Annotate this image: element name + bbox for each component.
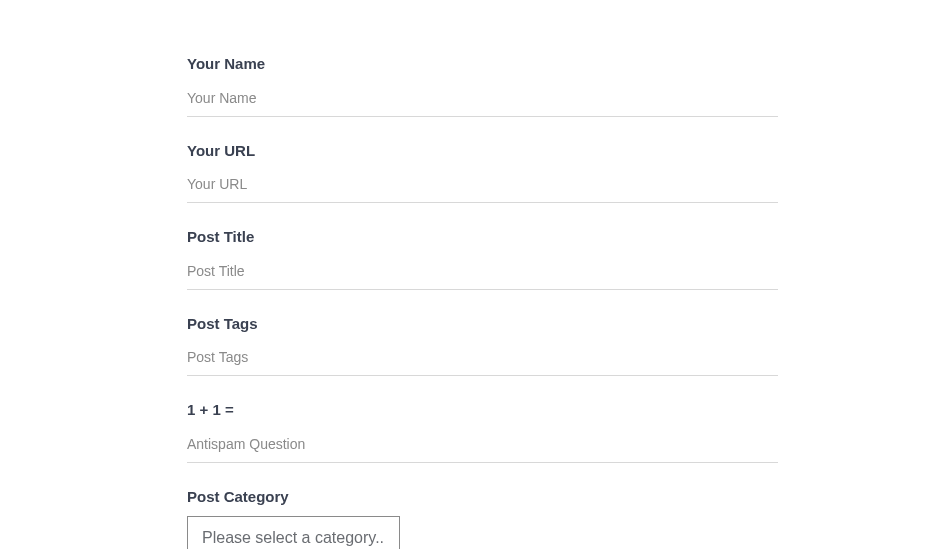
post-category-group: Post Category Please select a category.. — [187, 487, 778, 550]
url-input[interactable] — [187, 172, 778, 203]
name-label: Your Name — [187, 54, 778, 74]
antispam-input[interactable] — [187, 432, 778, 463]
post-form: Your Name Your URL Post Title Post Tags … — [0, 0, 943, 549]
url-group: Your URL — [187, 141, 778, 204]
post-tags-group: Post Tags — [187, 314, 778, 377]
name-group: Your Name — [187, 54, 778, 117]
antispam-label: 1 + 1 = — [187, 400, 778, 420]
post-category-select[interactable]: Please select a category.. — [187, 516, 400, 549]
post-title-label: Post Title — [187, 227, 778, 247]
post-tags-input[interactable] — [187, 345, 778, 376]
post-category-label: Post Category — [187, 487, 778, 507]
post-tags-label: Post Tags — [187, 314, 778, 334]
post-title-input[interactable] — [187, 259, 778, 290]
url-label: Your URL — [187, 141, 778, 161]
antispam-group: 1 + 1 = — [187, 400, 778, 463]
name-input[interactable] — [187, 86, 778, 117]
post-title-group: Post Title — [187, 227, 778, 290]
